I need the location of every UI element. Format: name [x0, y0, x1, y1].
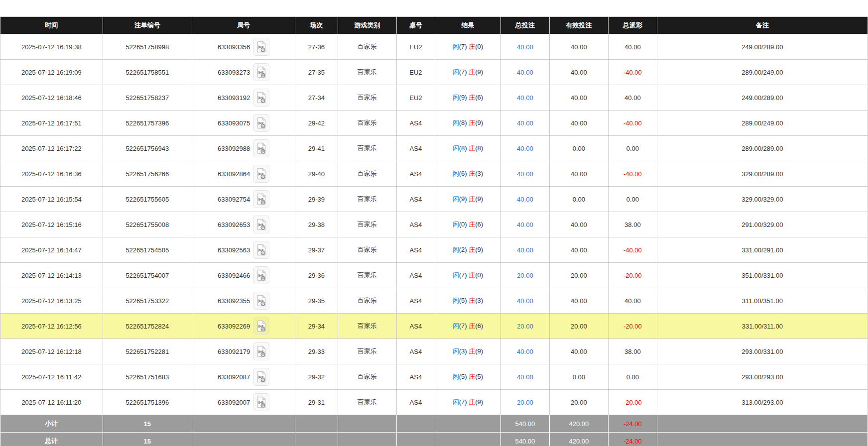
cell-game-type: 百家乐 [338, 60, 396, 85]
round-number: 633093075 [218, 119, 250, 127]
cell-total-bet: 40.00 [501, 212, 550, 237]
cell-total-bet: 40.00 [501, 237, 550, 263]
column-header-total-bet: 总投注 [501, 17, 550, 34]
player-label: 闲 [453, 170, 459, 177]
cell-game-type: 百家乐 [338, 187, 396, 212]
player-score: (0) [459, 221, 467, 228]
video-replay-button[interactable] [253, 139, 269, 157]
cell-table-no: AS4 [397, 288, 435, 314]
banker-label: 庄 [469, 68, 475, 76]
banker-label: 庄 [469, 373, 475, 380]
cell-round: 633092087 [192, 364, 295, 390]
video-replay-button[interactable] [253, 114, 269, 132]
bet-table-row[interactable]: 2025-07-12 16:11:20522651751396633092007… [0, 390, 868, 415]
footer-game-empty [338, 433, 396, 446]
bet-table-row[interactable]: 2025-07-12 16:14:13522651754007633092466… [0, 263, 868, 288]
bet-table-row[interactable]: 2025-07-12 16:15:54522651755605633092754… [0, 187, 868, 212]
bet-table-row[interactable]: 2025-07-12 16:19:09522651758551633093273… [0, 60, 868, 85]
cell-valid-bet: 0.00 [549, 364, 608, 390]
video-replay-button[interactable] [253, 342, 269, 360]
cell-payout: -20.00 [609, 263, 657, 288]
cell-bet-id: 522651753322 [103, 288, 192, 314]
footer-label: 总计 [0, 433, 103, 446]
bet-table-row[interactable]: 2025-07-12 16:16:36522651756266633092864… [0, 161, 868, 187]
player-score: (7) [459, 271, 467, 279]
footer-valid-bet: 420.00 [549, 415, 608, 433]
cell-round: 633093273 [192, 60, 295, 85]
cell-remark: 289.00/249.00 [657, 60, 868, 85]
video-replay-button[interactable] [253, 38, 269, 56]
player-label: 闲 [453, 322, 459, 330]
cell-table-no: AS4 [397, 390, 435, 415]
cell-session: 29-39 [295, 187, 338, 212]
cell-bet-id: 522651755008 [103, 212, 192, 237]
bet-table-row[interactable]: 2025-07-12 16:19:38522651758998633093356… [0, 34, 868, 60]
cell-session: 27-35 [295, 60, 338, 85]
video-file-icon [256, 117, 266, 129]
video-replay-button[interactable] [253, 63, 269, 81]
footer-result-empty [435, 415, 500, 433]
cell-valid-bet: 40.00 [549, 339, 608, 364]
bet-table-row[interactable]: 2025-07-12 16:15:16522651755008633092653… [0, 212, 868, 237]
banker-score: (0) [475, 271, 483, 279]
video-replay-button[interactable] [253, 317, 269, 335]
bet-table-row[interactable]: 2025-07-12 16:12:18522651752281633092179… [0, 339, 868, 364]
round-number: 633092864 [218, 170, 250, 178]
cell-table-no: AS4 [397, 136, 435, 161]
banker-score: (3) [475, 297, 483, 304]
column-header-time: 时间 [0, 17, 103, 34]
bet-table-row[interactable]: 2025-07-12 16:12:56522651752824633092269… [0, 314, 868, 339]
column-header-round: 局号 [192, 17, 295, 34]
bet-history-table: 时间注单编号局号场次游戏类别桌号结果总投注有效投注总派彩备注 2025-07-1… [0, 16, 868, 446]
banker-label: 庄 [469, 195, 475, 203]
footer-result-empty [435, 433, 500, 446]
cell-game-type: 百家乐 [338, 339, 396, 364]
cell-remark: 331.00/311.00 [657, 314, 868, 339]
bet-table-row[interactable]: 2025-07-12 16:11:42522651751683633092087… [0, 364, 868, 390]
video-file-icon [256, 92, 266, 104]
cell-bet-id: 522651758551 [103, 60, 192, 85]
cell-session: 29-34 [295, 314, 338, 339]
column-header-result: 结果 [435, 17, 500, 34]
player-label: 闲 [453, 94, 459, 101]
cell-valid-bet: 40.00 [549, 111, 608, 136]
cell-valid-bet: 40.00 [549, 212, 608, 237]
bet-table-row[interactable]: 2025-07-12 16:14:47522651754505633092563… [0, 237, 868, 263]
cell-round: 633093192 [192, 85, 295, 111]
player-label: 闲 [453, 68, 459, 76]
video-replay-button[interactable] [253, 393, 269, 411]
bet-table-row[interactable]: 2025-07-12 16:13:25522651753322633092355… [0, 288, 868, 314]
cell-round: 633093356 [192, 34, 295, 60]
cell-remark: 329.00/329.00 [657, 187, 868, 212]
cell-round: 633092269 [192, 314, 295, 339]
bet-table-row[interactable]: 2025-07-12 16:17:51522651757396633093075… [0, 111, 868, 136]
video-replay-button[interactable] [253, 89, 269, 107]
banker-label: 庄 [469, 246, 475, 253]
video-replay-button[interactable] [253, 216, 269, 233]
bet-table-row[interactable]: 2025-07-12 16:18:46522651758237633093192… [0, 85, 868, 111]
cell-game-type: 百家乐 [338, 136, 396, 161]
cell-session: 29-36 [295, 263, 338, 288]
cell-bet-id: 522651755605 [103, 187, 192, 212]
cell-round: 633092563 [192, 237, 295, 263]
cell-session: 29-33 [295, 339, 338, 364]
video-replay-button[interactable] [253, 266, 269, 284]
cell-payout: 40.00 [609, 34, 657, 60]
cell-total-bet: 40.00 [501, 161, 550, 187]
video-replay-button[interactable] [253, 165, 269, 183]
bet-table-row[interactable]: 2025-07-12 16:17:22522651756943633092988… [0, 136, 868, 161]
player-score: (5) [459, 297, 467, 304]
video-replay-button[interactable] [253, 292, 269, 310]
cell-table-no: EU2 [397, 60, 435, 85]
video-replay-button[interactable] [253, 190, 269, 208]
cell-time: 2025-07-12 16:19:09 [0, 60, 103, 85]
cell-result: 闲(3) 庄(9) [435, 339, 500, 364]
cell-session: 29-32 [295, 364, 338, 390]
video-replay-button[interactable] [253, 241, 269, 259]
cell-round: 633092355 [192, 288, 295, 314]
cell-payout: -20.00 [609, 390, 657, 415]
footer-round-empty [192, 433, 295, 446]
video-replay-button[interactable] [253, 368, 269, 386]
cell-session: 27-36 [295, 34, 338, 60]
cell-table-no: AS4 [397, 314, 435, 339]
